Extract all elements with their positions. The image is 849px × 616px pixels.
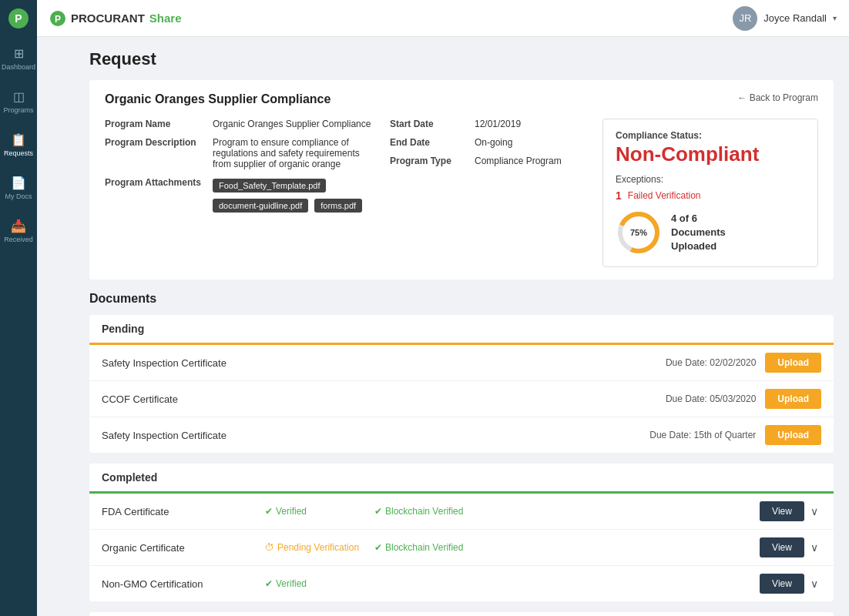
upload-button[interactable]: Upload xyxy=(765,353,821,373)
mydocs-icon: 📄 xyxy=(11,176,26,190)
program-type-value: Compliance Program xyxy=(475,156,590,166)
user-chevron-icon: ▾ xyxy=(833,14,837,22)
program-details-row: Program Name Organic Oranges Supplier Co… xyxy=(105,119,818,267)
doc-name: Safety Inspection Certificate xyxy=(102,357,256,369)
expand-button[interactable]: ∨ xyxy=(807,504,821,519)
end-date-label: End Date xyxy=(390,137,475,148)
blockchain-icon: ✔ xyxy=(374,542,382,553)
doc-name: Organic Certificate xyxy=(102,542,256,554)
doc-actions: View ∨ xyxy=(760,537,821,557)
blockchain-icon: ✔ xyxy=(374,506,382,517)
table-row: FDA Certificate ✔ Verified ✔ Blockchain … xyxy=(89,494,834,530)
sidebar-item-label: Programs xyxy=(3,106,33,114)
program-name-label: Program Name xyxy=(105,119,213,129)
docs-uploaded: 4 of 6DocumentsUploaded xyxy=(671,212,726,254)
compliance-status-value: Non-Compliant xyxy=(616,142,805,166)
documents-section: Documents Pending Safety Inspection Cert… xyxy=(89,292,834,616)
page-title: Request xyxy=(89,49,834,69)
pending-icon: ⏱ xyxy=(265,542,274,553)
expand-button[interactable]: ∨ xyxy=(807,540,821,555)
program-type-label: Program Type xyxy=(390,156,475,166)
failed-header: Failed Validation xyxy=(89,612,834,616)
programs-icon: ◫ xyxy=(13,89,25,104)
doc-actions: Upload xyxy=(765,425,821,445)
doc-group-completed: Completed FDA Certificate ✔ Verified ✔ B… xyxy=(89,464,834,601)
program-desc-label: Program Description xyxy=(105,137,213,169)
received-icon: 📥 xyxy=(11,219,26,233)
doc-status-blockchain: ✔ Blockchain Verified xyxy=(374,542,475,553)
table-row: Non-GMO Certification ✔ Verified View ∨ xyxy=(89,566,834,601)
failed-count: 1 xyxy=(616,189,622,202)
doc-actions: View ∨ xyxy=(760,574,821,594)
sidebar-logo: P xyxy=(0,0,37,37)
compliance-bottom: 75% 4 of 6DocumentsUploaded xyxy=(616,209,805,256)
svg-text:P: P xyxy=(15,12,22,25)
requests-icon: 📋 xyxy=(11,132,26,147)
brand: P PROCURANT Share xyxy=(49,10,182,27)
doc-actions: Upload xyxy=(765,353,821,373)
sidebar-item-label: Dashboard xyxy=(2,63,35,71)
doc-status-verified: ✔ Verified xyxy=(265,506,365,517)
program-right-fields: Start Date 12/01/2019 End Date On-going … xyxy=(390,119,590,267)
program-info: Program Name Organic Oranges Supplier Co… xyxy=(105,119,374,267)
view-button[interactable]: View xyxy=(760,501,804,521)
brand-share: Share xyxy=(149,12,182,25)
sidebar-item-received[interactable]: 📥 Received xyxy=(0,209,37,253)
brand-logo: P xyxy=(49,10,66,27)
sidebar-item-label: Received xyxy=(4,236,33,243)
end-date-value: On-going xyxy=(475,137,590,148)
attachments-row: Food_Safety_Template.pdf document-guidli… xyxy=(213,179,374,213)
doc-name: Safety Inspection Certificate xyxy=(102,430,256,441)
program-name-value: Organic Oranges Supplier Compliance xyxy=(213,119,374,129)
upload-button[interactable]: Upload xyxy=(765,425,821,445)
check-icon: ✔ xyxy=(265,506,273,517)
doc-group-pending: Pending Safety Inspection Certificate Du… xyxy=(89,315,834,453)
sidebar-item-dashboard[interactable]: ⊞ Dashboard xyxy=(0,37,37,80)
attachment-3[interactable]: forms.pdf xyxy=(314,199,362,213)
sidebar-item-programs[interactable]: ◫ Programs xyxy=(0,80,37,123)
view-button[interactable]: View xyxy=(760,574,804,594)
user-menu[interactable]: JR Joyce Randall ▾ xyxy=(733,6,837,31)
info-grid: Program Name Organic Oranges Supplier Co… xyxy=(105,119,374,213)
upload-button[interactable]: Upload xyxy=(765,389,821,409)
attachment-1[interactable]: Food_Safety_Template.pdf xyxy=(213,179,326,192)
pending-header: Pending xyxy=(89,315,834,345)
program-card-title: Organic Oranges Supplier Compliance xyxy=(105,92,331,106)
back-link[interactable]: ← Back to Program xyxy=(737,92,818,103)
sidebar-item-label: Requests xyxy=(4,149,33,157)
documents-title: Documents xyxy=(89,292,834,306)
doc-status-pending: ⏱ Pending Verification xyxy=(265,542,365,553)
due-date: Due Date: 02/02/2020 xyxy=(265,357,756,368)
brand-procurant: PROCURANT xyxy=(71,12,145,25)
avatar: JR xyxy=(733,6,757,31)
sidebar-item-mydocs[interactable]: 📄 My Docs xyxy=(0,166,37,209)
compliance-panel: Compliance Status: Non-Compliant Excepti… xyxy=(602,119,818,267)
failed-label: Failed Verification xyxy=(628,190,701,201)
compliance-status-label: Compliance Status: xyxy=(616,130,805,141)
program-attachments-label: Program Attachments xyxy=(105,177,213,213)
start-date-value: 12/01/2019 xyxy=(475,119,590,129)
header: P PROCURANT Share JR Joyce Randall ▾ xyxy=(37,0,849,37)
main-content: Request Organic Oranges Supplier Complia… xyxy=(74,37,849,616)
check-icon: ✔ xyxy=(265,578,273,589)
sidebar-item-requests[interactable]: 📋 Requests xyxy=(0,123,37,166)
donut-chart: 75% xyxy=(616,209,662,256)
table-row: Organic Certificate ⏱ Pending Verificati… xyxy=(89,530,834,566)
doc-status-blockchain: ✔ Blockchain Verified xyxy=(374,506,475,517)
completed-header: Completed xyxy=(89,464,834,494)
table-row: CCOF Certificate Due Date: 05/03/2020 Up… xyxy=(89,381,834,417)
doc-group-failed: Failed Validation CDFA Certification ✖ F… xyxy=(89,612,834,616)
svg-text:P: P xyxy=(55,14,61,25)
attachment-2[interactable]: document-guidline.pdf xyxy=(213,199,308,213)
table-row: Safety Inspection Certificate Due Date: … xyxy=(89,417,834,453)
program-desc-value: Program to ensure compliance of regulati… xyxy=(213,137,374,169)
doc-actions: View ∨ xyxy=(760,501,821,521)
doc-actions: Upload xyxy=(765,389,821,409)
expand-button[interactable]: ∨ xyxy=(807,576,821,591)
username: Joyce Randall xyxy=(763,12,827,24)
program-card: Organic Oranges Supplier Compliance ← Ba… xyxy=(89,80,834,280)
due-date: Due Date: 05/03/2020 xyxy=(265,393,756,404)
view-button[interactable]: View xyxy=(760,537,804,557)
doc-name: FDA Certificate xyxy=(102,506,256,517)
doc-name: CCOF Certificate xyxy=(102,393,256,405)
